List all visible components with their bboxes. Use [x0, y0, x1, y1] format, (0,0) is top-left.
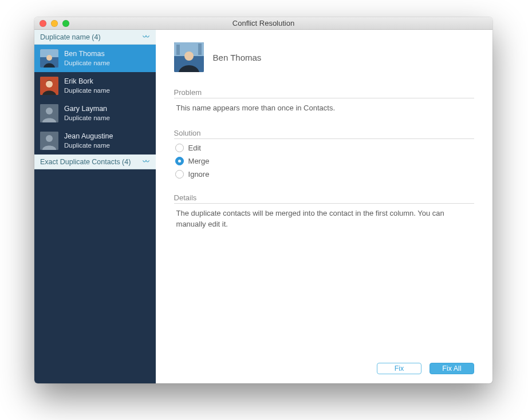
- contact-name: Jean Augustine: [64, 132, 113, 141]
- section-label: Problem: [174, 88, 474, 97]
- sidebar-group-duplicate-name[interactable]: Duplicate name (4): [34, 30, 156, 45]
- sidebar-item-erik-bork[interactable]: Erik Bork Duplicate name: [34, 72, 156, 100]
- contact-sub: Duplicate name: [64, 141, 113, 149]
- sidebar-group-label: Exact Duplicate Contacts (4): [40, 158, 131, 166]
- fix-button[interactable]: Fix: [377, 363, 421, 374]
- sidebar-item-text: Ben Thomas Duplicate name: [64, 50, 110, 67]
- sidebar: Duplicate name (4) Ben Thomas Dupli: [34, 30, 156, 383]
- details-text: The duplicate contacts will be merged in…: [174, 208, 474, 230]
- zoom-icon[interactable]: [62, 20, 69, 27]
- sidebar-item-text: Jean Augustine Duplicate name: [64, 132, 113, 149]
- detail-header: Ben Thomas: [174, 42, 474, 72]
- detail-name: Ben Thomas: [213, 53, 262, 62]
- sidebar-item-jean-augustine[interactable]: Jean Augustine Duplicate name: [34, 127, 156, 154]
- sidebar-item-text: Gary Layman Duplicate name: [64, 105, 110, 122]
- contact-name: Gary Layman: [64, 105, 110, 114]
- avatar: [40, 49, 58, 68]
- radio-label: Merge: [188, 157, 210, 165]
- section-label: Details: [174, 193, 474, 202]
- avatar: [174, 42, 204, 72]
- main-panel: Ben Thomas Problem This name appears mor…: [156, 30, 492, 383]
- svg-rect-11: [176, 45, 180, 55]
- chevron-down-icon: [142, 34, 150, 40]
- sidebar-group-exact-duplicates[interactable]: Exact Duplicate Contacts (4): [34, 154, 156, 169]
- radio-icon: [175, 170, 184, 179]
- window-controls: [40, 20, 69, 27]
- window-title: Conflict Resolution: [34, 19, 492, 27]
- contact-name: Erik Bork: [64, 77, 110, 86]
- sidebar-group-label: Duplicate name (4): [40, 33, 101, 41]
- window-body: Duplicate name (4) Ben Thomas Dupli: [34, 30, 492, 383]
- radio-label: Ignore: [188, 170, 210, 179]
- divider: [174, 98, 474, 98]
- section-label: Solution: [174, 129, 474, 137]
- svg-point-6: [46, 108, 53, 114]
- radio-edit[interactable]: Edit: [175, 144, 473, 152]
- section-details: Details The duplicate contacts will be m…: [174, 193, 474, 230]
- svg-point-8: [46, 135, 53, 142]
- avatar: [40, 77, 58, 95]
- avatar-placeholder-icon: [40, 132, 58, 150]
- radio-label: Edit: [188, 144, 201, 152]
- radio-icon: [175, 144, 184, 152]
- contact-name: Ben Thomas: [64, 50, 110, 59]
- divider: [174, 203, 474, 204]
- section-problem: Problem This name appears more than once…: [174, 88, 474, 114]
- svg-rect-12: [198, 43, 202, 55]
- minimize-icon[interactable]: [51, 20, 58, 27]
- sidebar-item-text: Erik Bork Duplicate name: [64, 77, 110, 94]
- window: Conflict Resolution Duplicate name (4): [34, 17, 492, 383]
- radio-icon: [175, 157, 184, 165]
- svg-point-2: [46, 55, 52, 61]
- solution-options: Edit Merge Ignore: [174, 144, 474, 179]
- fix-all-button[interactable]: Fix All: [430, 363, 474, 374]
- radio-ignore[interactable]: Ignore: [175, 170, 473, 179]
- divider: [174, 138, 474, 139]
- contact-sub: Duplicate name: [64, 86, 110, 94]
- footer: Fix Fix All: [174, 358, 474, 374]
- contact-sub: Duplicate name: [64, 114, 110, 122]
- svg-point-4: [46, 81, 53, 88]
- radio-merge[interactable]: Merge: [175, 157, 473, 165]
- titlebar: Conflict Resolution: [34, 17, 492, 30]
- sidebar-item-ben-thomas[interactable]: Ben Thomas Duplicate name: [34, 45, 156, 72]
- button-label: Fix All: [442, 364, 461, 373]
- close-icon[interactable]: [40, 20, 46, 27]
- button-label: Fix: [395, 364, 404, 373]
- problem-text: This name appears more than once in Cont…: [174, 103, 474, 114]
- section-solution: Solution Edit Merge Ignore: [174, 129, 474, 179]
- sidebar-item-gary-layman[interactable]: Gary Layman Duplicate name: [34, 100, 156, 127]
- contact-sub: Duplicate name: [64, 59, 110, 67]
- avatar-placeholder-icon: [40, 104, 58, 122]
- svg-point-13: [184, 51, 194, 61]
- chevron-down-icon: [142, 159, 150, 165]
